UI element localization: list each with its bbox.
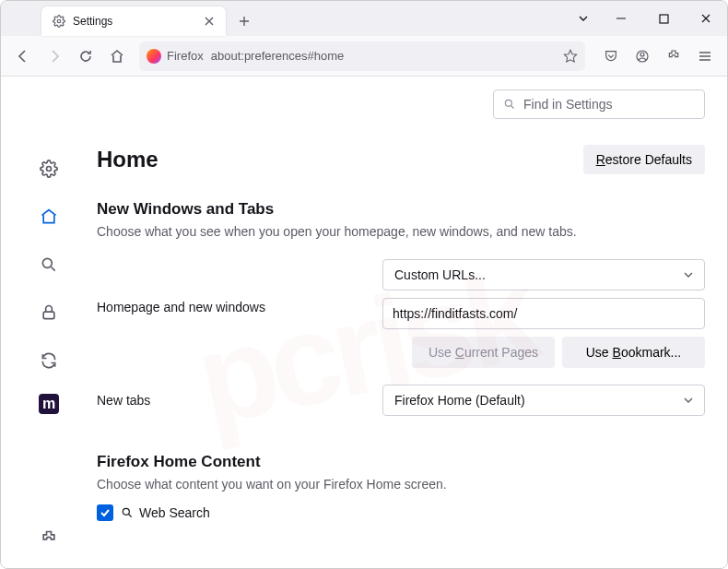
svg-point-4 bbox=[640, 53, 644, 56]
svg-marker-2 bbox=[564, 50, 576, 62]
window-controls bbox=[567, 1, 727, 36]
site-identity[interactable]: Firefox bbox=[147, 49, 204, 64]
tabs-dropdown-button[interactable] bbox=[567, 1, 600, 36]
search-icon bbox=[503, 98, 516, 111]
new-tab-button[interactable] bbox=[231, 8, 257, 34]
find-placeholder: Find in Settings bbox=[523, 97, 613, 112]
restore-defaults-button[interactable]: RRestore Defaultsestore Defaults bbox=[583, 145, 705, 174]
content-area: pcrisk m Find in Settings bbox=[1, 77, 727, 569]
homepage-mode-select[interactable]: Custom URLs... bbox=[382, 259, 705, 290]
firefox-logo-icon bbox=[147, 49, 161, 64]
websearch-checkbox[interactable] bbox=[97, 504, 113, 521]
reload-button[interactable] bbox=[71, 41, 100, 71]
section-home-content-desc: Choose what content you want on your Fir… bbox=[97, 477, 705, 492]
newtabs-label: New tabs bbox=[97, 393, 382, 408]
svg-point-6 bbox=[42, 258, 52, 267]
pocket-button[interactable] bbox=[596, 41, 626, 71]
sidebar-home[interactable] bbox=[34, 202, 64, 231]
homepage-label: Homepage and new windows bbox=[97, 259, 382, 314]
identity-label: Firefox bbox=[167, 49, 204, 63]
forward-button[interactable] bbox=[40, 41, 69, 71]
url-text: about:preferences#home bbox=[211, 49, 556, 63]
home-button[interactable] bbox=[102, 41, 132, 71]
newtabs-value: Firefox Home (Default) bbox=[394, 393, 525, 408]
section-home-content-heading: Firefox Home Content bbox=[97, 453, 705, 471]
close-window-button[interactable] bbox=[685, 1, 727, 36]
svg-point-5 bbox=[47, 167, 52, 172]
page-title: Home bbox=[97, 147, 159, 172]
section-new-windows-desc: Choose what you see when you open your h… bbox=[97, 224, 705, 239]
minimize-button[interactable] bbox=[600, 1, 642, 36]
account-button[interactable] bbox=[628, 41, 657, 71]
use-current-pages-button[interactable]: Use Current PagesUse Current Pages bbox=[412, 337, 555, 368]
settings-main: Find in Settings Home RRestore Defaultse… bbox=[97, 77, 727, 569]
back-button[interactable] bbox=[8, 41, 38, 71]
nav-toolbar: Firefox about:preferences#home bbox=[1, 36, 727, 77]
tab-title: Settings bbox=[73, 15, 194, 28]
search-icon bbox=[121, 506, 134, 519]
sidebar-extensions[interactable] bbox=[34, 524, 64, 553]
sidebar-search[interactable] bbox=[34, 250, 64, 279]
gear-icon bbox=[53, 15, 65, 28]
svg-rect-7 bbox=[43, 312, 54, 319]
maximize-button[interactable] bbox=[642, 1, 685, 36]
url-bar[interactable]: Firefox about:preferences#home bbox=[139, 41, 585, 71]
sidebar-sync[interactable] bbox=[34, 346, 64, 375]
sidebar-privacy[interactable] bbox=[34, 298, 64, 327]
settings-sidebar: m bbox=[1, 77, 97, 569]
websearch-label: Web Search bbox=[121, 505, 210, 520]
svg-point-9 bbox=[123, 508, 129, 515]
svg-point-0 bbox=[57, 19, 61, 23]
section-new-windows-heading: New Windows and Tabs bbox=[97, 200, 705, 219]
homepage-mode-value: Custom URLs... bbox=[394, 267, 486, 282]
svg-rect-1 bbox=[660, 15, 668, 23]
find-in-settings-input[interactable]: Find in Settings bbox=[493, 89, 705, 119]
title-bar: Settings bbox=[1, 1, 727, 36]
app-menu-button[interactable] bbox=[690, 41, 720, 71]
chevron-down-icon bbox=[684, 270, 693, 279]
homepage-url-input[interactable] bbox=[382, 298, 705, 329]
svg-point-8 bbox=[505, 100, 511, 106]
chevron-down-icon bbox=[684, 396, 693, 405]
sidebar-more-mozilla[interactable]: m bbox=[39, 394, 59, 414]
extensions-button[interactable] bbox=[659, 41, 688, 71]
newtabs-select[interactable]: Firefox Home (Default) bbox=[382, 385, 705, 416]
bookmark-star-icon[interactable] bbox=[563, 49, 578, 64]
browser-tab[interactable]: Settings bbox=[41, 6, 226, 36]
use-bookmark-button[interactable]: Use Bookmark...Use Bookmark... bbox=[562, 337, 705, 368]
close-icon[interactable] bbox=[202, 14, 217, 29]
sidebar-general[interactable] bbox=[34, 154, 64, 184]
